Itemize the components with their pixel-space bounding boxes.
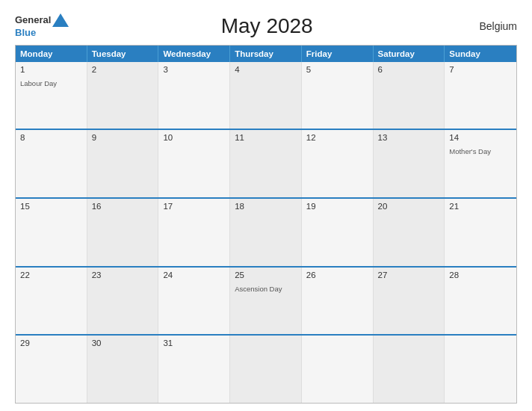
week-1: 1 Labour Day 2 3 4 5 — [16, 62, 516, 129]
day-number: 30 — [92, 339, 154, 347]
table-row: 14 Mother's Day — [445, 130, 516, 197]
col-sunday: Sunday — [445, 46, 516, 62]
day-number: 14 — [449, 133, 512, 142]
table-row: 9 — [87, 130, 159, 197]
day-number: 17 — [163, 202, 225, 211]
holiday-label: Mother's Day — [449, 147, 491, 155]
day-number: 19 — [306, 202, 368, 211]
day-number: 21 — [449, 202, 512, 211]
table-row: 21 — [445, 199, 516, 266]
day-number: 24 — [163, 271, 225, 279]
day-number: 27 — [378, 271, 440, 279]
calendar-body: 1 Labour Day 2 3 4 5 — [16, 62, 516, 403]
table-row: 18 — [230, 199, 302, 266]
day-number: 11 — [235, 133, 297, 142]
day-number: 4 — [235, 65, 297, 74]
col-saturday: Saturday — [374, 46, 445, 62]
day-number: 3 — [163, 65, 225, 74]
table-row: 13 — [374, 130, 445, 197]
day-number: 25 — [235, 271, 297, 279]
day-number: 29 — [20, 339, 82, 347]
logo-general-text: General — [15, 14, 51, 26]
col-monday: Monday — [16, 46, 87, 62]
table-row — [302, 336, 374, 403]
table-row: 2 — [87, 62, 159, 129]
table-row: 8 — [16, 130, 87, 197]
table-row: 1 Labour Day — [16, 62, 87, 129]
day-number: 6 — [378, 65, 440, 74]
table-row: 16 — [87, 199, 159, 266]
day-number: 18 — [235, 202, 297, 211]
day-number: 26 — [306, 271, 368, 279]
col-friday: Friday — [302, 46, 374, 62]
col-tuesday: Tuesday — [87, 46, 159, 62]
day-number: 20 — [378, 202, 440, 211]
day-number: 23 — [92, 271, 154, 279]
calendar-grid: Monday Tuesday Wednesday Thursday Friday… — [15, 45, 517, 404]
table-row: 22 — [16, 268, 87, 335]
col-wednesday: Wednesday — [158, 46, 230, 62]
table-row: 29 — [16, 336, 87, 403]
week-2: 8 9 10 11 12 — [16, 129, 516, 197]
country-label: Belgium — [465, 20, 517, 32]
day-number: 7 — [449, 65, 512, 74]
holiday-label: Ascension Day — [235, 285, 282, 293]
table-row: 11 — [230, 130, 302, 197]
table-row: 24 — [158, 268, 230, 335]
calendar-page: General Blue May 2028 Belgium Monday Tue… — [0, 0, 532, 411]
day-number: 10 — [163, 133, 225, 142]
table-row — [445, 336, 516, 403]
logo-flag-icon — [52, 13, 69, 27]
day-number: 2 — [92, 65, 154, 74]
day-number: 16 — [92, 202, 154, 211]
day-number: 8 — [20, 133, 82, 142]
day-number: 13 — [378, 133, 440, 142]
day-number: 22 — [20, 271, 82, 279]
logo: General Blue — [15, 13, 69, 39]
table-row: 12 — [302, 130, 374, 197]
week-4: 22 23 24 25 Ascension Day 26 — [16, 266, 516, 335]
table-row: 25 Ascension Day — [230, 268, 302, 335]
table-row: 23 — [87, 268, 159, 335]
table-row: 26 — [302, 268, 374, 335]
table-row: 7 — [445, 62, 516, 129]
calendar-header-row: Monday Tuesday Wednesday Thursday Friday… — [16, 46, 516, 62]
table-row: 28 — [445, 268, 516, 335]
day-number: 12 — [306, 133, 368, 142]
table-row: 15 — [16, 199, 87, 266]
table-row — [374, 336, 445, 403]
day-number: 1 — [20, 65, 82, 74]
logo-blue-text: Blue — [15, 27, 36, 39]
day-number: 5 — [306, 65, 368, 74]
table-row: 19 — [302, 199, 374, 266]
table-row: 4 — [230, 62, 302, 129]
day-number: 31 — [163, 339, 225, 347]
table-row: 20 — [374, 199, 445, 266]
day-number: 9 — [92, 133, 154, 142]
table-row: 30 — [87, 336, 159, 403]
table-row: 10 — [158, 130, 230, 197]
page-title: May 2028 — [69, 14, 465, 38]
day-number: 15 — [20, 202, 82, 211]
col-thursday: Thursday — [230, 46, 302, 62]
table-row: 3 — [158, 62, 230, 129]
svg-marker-0 — [52, 13, 69, 27]
page-header: General Blue May 2028 Belgium — [15, 13, 517, 39]
table-row: 5 — [302, 62, 374, 129]
table-row: 27 — [374, 268, 445, 335]
holiday-label: Labour Day — [20, 79, 57, 87]
table-row: 6 — [374, 62, 445, 129]
table-row — [230, 336, 302, 403]
table-row: 31 — [158, 336, 230, 403]
day-number: 28 — [449, 271, 512, 279]
week-5: 29 30 31 — [16, 334, 516, 403]
table-row: 17 — [158, 199, 230, 266]
week-3: 15 16 17 18 19 — [16, 197, 516, 266]
